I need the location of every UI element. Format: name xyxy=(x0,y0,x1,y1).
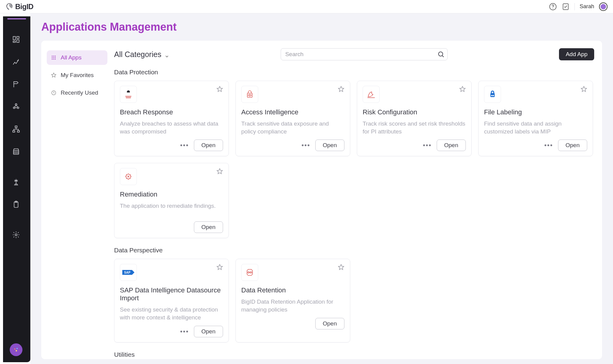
card-desc: See existing security & data protection … xyxy=(120,306,223,321)
fab-button[interactable] xyxy=(10,343,22,356)
grid-icon xyxy=(51,55,56,60)
page-title: Applications Management xyxy=(41,21,602,33)
open-button[interactable]: Open xyxy=(194,140,223,151)
divider xyxy=(574,3,575,10)
more-icon[interactable]: ••• xyxy=(301,141,310,149)
svg-point-18 xyxy=(16,348,18,349)
avatar[interactable] xyxy=(599,2,608,11)
search-wrap xyxy=(281,48,448,60)
svg-rect-36 xyxy=(490,93,495,97)
access-icon xyxy=(241,86,258,103)
card-desc: BigID Data Retention Application for man… xyxy=(241,298,344,313)
panel-nav: All Apps My Favorites Recently Used xyxy=(47,47,107,357)
panelnav-label: All Apps xyxy=(61,54,82,61)
svg-text:SAP: SAP xyxy=(124,271,130,274)
shell: Applications Management All Apps My Favo… xyxy=(0,13,613,364)
svg-rect-5 xyxy=(17,40,19,42)
add-app-button[interactable]: Add App xyxy=(559,48,594,60)
open-button[interactable]: Open xyxy=(315,318,344,329)
panel-main: All Categories Add App xyxy=(114,47,594,357)
card-desc: Analyze breaches to assess what data was… xyxy=(120,120,223,135)
panelnav-my-favorites[interactable]: My Favorites xyxy=(47,68,107,83)
card-access-intelligence: Access Intelligence Track sensitive data… xyxy=(235,81,350,156)
search-icon[interactable] xyxy=(437,51,445,58)
nav-legal[interactable] xyxy=(9,174,23,190)
page: Applications Management All Apps My Favo… xyxy=(30,13,613,364)
nav-clipboard[interactable] xyxy=(9,197,23,212)
tasks-icon[interactable] xyxy=(562,3,570,11)
open-button[interactable]: Open xyxy=(315,140,344,151)
nav-settings[interactable] xyxy=(9,227,23,243)
favorite-icon[interactable] xyxy=(581,86,587,93)
panelnav-all-apps[interactable]: All Apps xyxy=(47,50,107,65)
risk-icon xyxy=(363,86,380,103)
card-title: File Labeling xyxy=(484,108,587,116)
svg-point-25 xyxy=(55,57,56,58)
section-title: Data Perspective xyxy=(114,247,593,254)
content-scroll[interactable]: Data Protection Breach Re xyxy=(114,67,594,357)
svg-point-17 xyxy=(14,348,15,349)
category-select[interactable]: All Categories xyxy=(114,50,169,59)
nav-cluster[interactable] xyxy=(9,99,23,115)
card-title: Remediation xyxy=(120,190,223,198)
more-icon[interactable]: ••• xyxy=(423,141,432,149)
favorite-icon[interactable] xyxy=(216,264,223,271)
grid-data-protection: Breach Response Analyze breaches to asse… xyxy=(114,81,593,238)
open-button[interactable]: Open xyxy=(437,140,466,151)
search-input[interactable] xyxy=(281,48,448,60)
svg-point-27 xyxy=(53,59,54,60)
brand-logo-icon xyxy=(5,3,13,11)
nav-storage[interactable] xyxy=(9,144,23,160)
svg-rect-12 xyxy=(17,130,19,132)
open-button[interactable]: Open xyxy=(194,326,223,337)
favorite-icon[interactable] xyxy=(216,168,223,175)
svg-point-43 xyxy=(250,272,252,273)
card-title: Breach Response xyxy=(120,108,223,116)
favorite-icon[interactable] xyxy=(338,264,344,271)
card-desc: Track sensitive data exposure and policy… xyxy=(241,120,344,135)
card-desc: The application to remediate findings. xyxy=(120,202,223,217)
help-icon[interactable] xyxy=(549,3,557,11)
svg-rect-11 xyxy=(13,130,15,132)
topbar: BigID Sarah xyxy=(0,0,613,13)
panelnav-recently-used[interactable]: Recently Used xyxy=(47,86,107,100)
card-file-labeling: File Labeling Find sensitive data and as… xyxy=(478,81,593,156)
topbar-right: Sarah xyxy=(549,2,608,11)
favorite-icon[interactable] xyxy=(338,86,344,93)
nav-hierarchy[interactable] xyxy=(9,121,23,137)
category-label: All Categories xyxy=(114,50,161,59)
svg-point-26 xyxy=(52,59,53,60)
nav-flag[interactable] xyxy=(9,76,23,92)
favorite-icon[interactable] xyxy=(459,86,466,93)
more-icon[interactable]: ••• xyxy=(180,141,189,149)
svg-point-22 xyxy=(55,56,56,57)
panelnav-label: Recently Used xyxy=(61,89,98,96)
grid-data-perspective: SAP SAP Data Intelligence Datasource Imp… xyxy=(114,259,593,342)
star-icon xyxy=(51,72,56,78)
favorite-icon[interactable] xyxy=(216,86,223,93)
svg-point-19 xyxy=(16,350,17,352)
open-button[interactable]: Open xyxy=(558,140,587,151)
sap-icon: SAP xyxy=(120,264,137,281)
user-name: Sarah xyxy=(580,3,594,10)
clock-icon xyxy=(51,90,56,96)
brand-name: BigID xyxy=(15,2,33,11)
card-title: Access Intelligence xyxy=(241,108,344,116)
sidenav xyxy=(3,16,30,362)
svg-point-1 xyxy=(553,8,553,8)
panel: All Apps My Favorites Recently Used xyxy=(41,41,602,359)
toolbar: All Categories Add App xyxy=(114,47,594,62)
nav-analytics[interactable] xyxy=(9,54,23,70)
nav-dashboard[interactable] xyxy=(9,32,23,47)
card-title: SAP Data Intelligence Datasource Import xyxy=(120,286,223,302)
svg-point-28 xyxy=(55,59,56,60)
section-title: Data Protection xyxy=(114,69,593,76)
open-button[interactable]: Open xyxy=(194,221,223,233)
more-icon[interactable]: ••• xyxy=(544,141,553,149)
brand: BigID xyxy=(5,2,33,11)
card-breach-response: Breach Response Analyze breaches to asse… xyxy=(114,81,229,156)
svg-point-20 xyxy=(52,56,53,57)
svg-point-24 xyxy=(53,57,54,58)
more-icon[interactable]: ••• xyxy=(180,328,189,335)
svg-rect-4 xyxy=(17,36,19,39)
